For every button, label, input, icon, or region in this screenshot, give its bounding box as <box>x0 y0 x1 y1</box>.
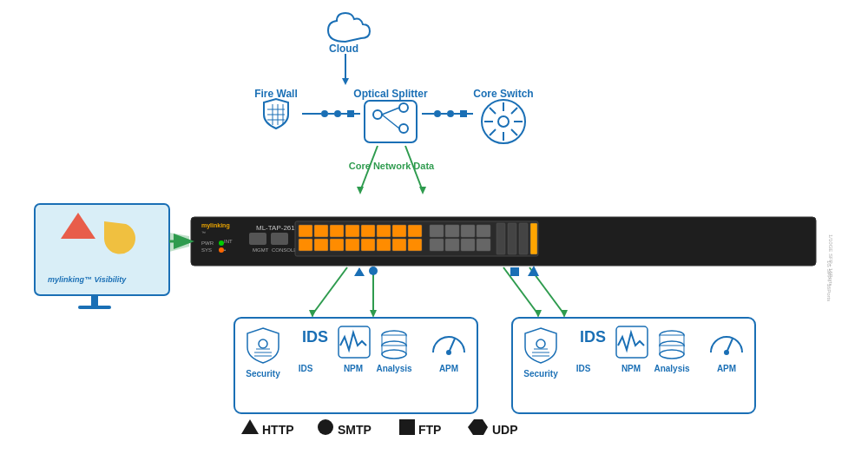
svg-text:mylinking™ Visibility: mylinking™ Visibility <box>48 275 127 284</box>
svg-point-146 <box>724 350 729 355</box>
svg-point-143 <box>660 350 684 359</box>
diagram-container: Cloud Fire Wall Optical Splitte <box>0 0 868 461</box>
svg-marker-45 <box>419 187 426 194</box>
svg-rect-95 <box>91 295 98 306</box>
svg-text:Analysis: Analysis <box>654 364 690 373</box>
svg-text:PWR: PWR <box>201 240 214 246</box>
svg-rect-77 <box>408 239 422 251</box>
svg-rect-69 <box>408 225 422 237</box>
svg-text:Core Network Data: Core Network Data <box>349 161 435 171</box>
svg-text:IDS: IDS <box>302 328 328 346</box>
svg-marker-105 <box>561 310 568 318</box>
svg-text:APM: APM <box>439 364 458 373</box>
svg-text:UDP: UDP <box>492 423 518 437</box>
svg-text:SMTP: SMTP <box>338 423 372 437</box>
svg-text:IDS: IDS <box>299 364 313 373</box>
svg-rect-66 <box>361 225 375 237</box>
svg-point-127 <box>446 350 451 355</box>
svg-rect-83 <box>445 239 459 251</box>
svg-rect-76 <box>392 239 406 251</box>
svg-rect-75 <box>377 239 391 251</box>
svg-rect-84 <box>461 239 475 251</box>
diagram-svg: Cloud Fire Wall Optical Splitte <box>0 0 868 461</box>
svg-text:CONSOLE: CONSOLE <box>272 247 297 253</box>
svg-rect-65 <box>345 225 359 237</box>
svg-marker-106 <box>354 267 365 276</box>
svg-text:1G SFP+ 16Ports: 1G SFP+ 16Ports <box>826 260 832 301</box>
svg-rect-29 <box>460 110 467 117</box>
svg-point-150 <box>318 419 333 435</box>
svg-text:IDS: IDS <box>576 364 591 373</box>
svg-rect-87 <box>508 223 516 254</box>
svg-line-98 <box>312 267 347 314</box>
svg-rect-89 <box>530 223 537 254</box>
svg-rect-73 <box>345 239 359 251</box>
svg-text:Analysis: Analysis <box>376 364 412 373</box>
svg-text:SYS: SYS <box>201 247 212 253</box>
svg-marker-43 <box>357 187 364 194</box>
svg-text:Fire Wall: Fire Wall <box>254 88 298 100</box>
svg-marker-99 <box>309 310 316 318</box>
svg-text:Cloud: Cloud <box>329 43 358 55</box>
svg-rect-62 <box>299 225 312 237</box>
svg-text:Core Switch: Core Switch <box>473 88 533 100</box>
svg-rect-74 <box>361 239 375 251</box>
svg-rect-64 <box>330 225 344 237</box>
svg-text:NPM: NPM <box>621 364 641 373</box>
svg-text:Security: Security <box>523 369 558 379</box>
svg-marker-154 <box>468 419 488 435</box>
svg-marker-109 <box>528 266 539 276</box>
svg-rect-80 <box>461 225 475 237</box>
svg-marker-103 <box>535 310 542 318</box>
svg-text:IDS: IDS <box>580 328 606 346</box>
svg-text:•: • <box>224 247 226 253</box>
svg-text:FTP: FTP <box>418 423 441 437</box>
svg-text:MGMT: MGMT <box>253 247 269 253</box>
svg-rect-108 <box>510 267 519 276</box>
svg-text:INT: INT <box>224 239 233 244</box>
svg-point-25 <box>434 110 441 117</box>
svg-rect-70 <box>299 239 312 251</box>
svg-marker-148 <box>241 419 259 434</box>
svg-rect-96 <box>78 306 111 309</box>
svg-rect-152 <box>399 419 415 435</box>
svg-rect-72 <box>330 239 344 251</box>
svg-marker-101 <box>370 310 377 318</box>
svg-point-27 <box>447 110 454 117</box>
svg-rect-59 <box>271 233 288 245</box>
svg-rect-82 <box>430 239 444 251</box>
svg-rect-63 <box>314 225 328 237</box>
svg-rect-71 <box>314 239 328 251</box>
svg-point-11 <box>321 110 328 117</box>
svg-rect-57 <box>249 233 266 245</box>
svg-text:Security: Security <box>246 369 280 379</box>
svg-rect-15 <box>347 110 354 117</box>
svg-point-13 <box>334 110 341 117</box>
svg-rect-85 <box>477 239 490 251</box>
svg-text:™: ™ <box>201 230 206 235</box>
svg-text:Optical Splitter: Optical Splitter <box>353 88 428 100</box>
svg-rect-88 <box>519 223 528 254</box>
svg-rect-81 <box>477 225 490 237</box>
svg-text:APM: APM <box>717 364 736 373</box>
svg-text:ML-TAP-2610: ML-TAP-2610 <box>256 224 299 232</box>
svg-text:mylinking: mylinking <box>201 222 230 229</box>
svg-text:HTTP: HTTP <box>262 423 294 437</box>
svg-rect-68 <box>392 225 406 237</box>
svg-point-124 <box>382 350 406 359</box>
svg-rect-86 <box>496 223 505 254</box>
svg-point-107 <box>369 267 378 275</box>
svg-rect-79 <box>445 225 459 237</box>
svg-text:NPM: NPM <box>344 364 363 373</box>
svg-marker-2 <box>342 78 349 85</box>
svg-rect-67 <box>377 225 391 237</box>
svg-rect-78 <box>430 225 444 237</box>
